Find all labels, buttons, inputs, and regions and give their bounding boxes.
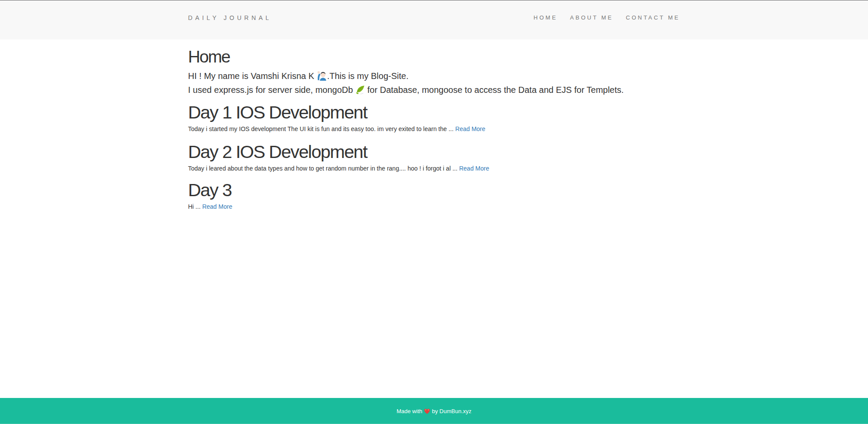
footer-text-post: by DumBun.xyz [430, 408, 472, 414]
intro-line1-post: .This is my Blog-Site. [327, 71, 409, 81]
intro-line1-pre: HI ! My name is Vamshi Krisna K [188, 71, 317, 81]
post-excerpt-day-3: Hi ... Read More [188, 202, 680, 211]
navbar: DAILY JOURNAL HOME ABOUT ME CONTACT ME [0, 0, 868, 39]
nav-menu: HOME ABOUT ME CONTACT ME [521, 14, 680, 21]
post-day-3: Day 3 Hi ... Read More [188, 180, 680, 211]
read-more-link-day-3[interactable]: Read More [202, 203, 232, 210]
leaf-emoji [355, 85, 365, 98]
post-excerpt-text-day-1: Today i started my IOS development The U… [188, 125, 455, 132]
post-day-1: Day 1 IOS Development Today i started my… [188, 102, 680, 134]
footer-text-pre: Made with [396, 408, 424, 414]
post-title-day-2: Day 2 IOS Development [188, 141, 680, 162]
footer-text: Made with by DumBun.xyz [396, 408, 472, 416]
intro-line2-pre: I used express.js for server side, mongo… [188, 85, 356, 95]
footer: Made with by DumBun.xyz [0, 398, 868, 424]
post-excerpt-day-1: Today i started my IOS development The U… [188, 125, 680, 134]
read-more-link-day-1[interactable]: Read More [455, 125, 485, 132]
post-day-2: Day 2 IOS Development Today i leared abo… [188, 141, 680, 173]
brand-logo[interactable]: DAILY JOURNAL [188, 14, 272, 21]
page-title: Home [188, 47, 680, 66]
read-more-link-day-2[interactable]: Read More [459, 165, 489, 172]
post-title-day-1: Day 1 IOS Development [188, 102, 680, 123]
main-content: Home HI ! My name is Vamshi Krisna K .Th… [0, 39, 868, 398]
post-excerpt-text-day-2: Today i leared about the data types and … [188, 165, 459, 172]
intro-text: HI ! My name is Vamshi Krisna K .This is… [188, 70, 680, 98]
raising-hand-emoji [317, 70, 327, 84]
nav-item-about-me[interactable]: ABOUT ME [570, 14, 613, 21]
heart-icon [424, 408, 430, 416]
nav-item-home[interactable]: HOME [534, 14, 557, 21]
post-excerpt-text-day-3: Hi ... [188, 203, 203, 210]
nav-item-contact-me[interactable]: CONTACT ME [626, 14, 680, 21]
intro-line2-post: for Database, mongoose to access the Dat… [365, 85, 624, 95]
post-excerpt-day-2: Today i leared about the data types and … [188, 164, 680, 173]
post-title-day-3: Day 3 [188, 180, 680, 200]
